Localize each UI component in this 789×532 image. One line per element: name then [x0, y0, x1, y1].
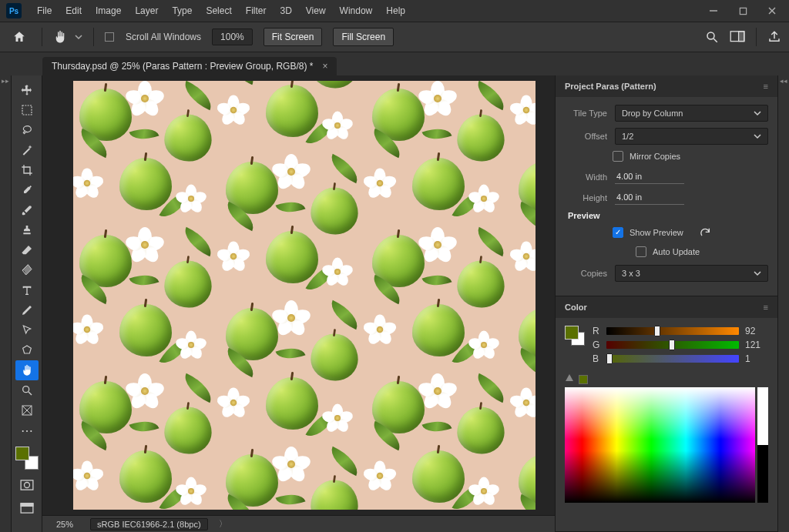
- gamut-swatch[interactable]: [579, 375, 588, 384]
- menu-view[interactable]: View: [300, 2, 332, 19]
- zoom-percent[interactable]: 100%: [212, 28, 253, 45]
- mirror-copies-checkbox[interactable]: [613, 151, 623, 162]
- r-slider[interactable]: [606, 327, 739, 335]
- menu-type[interactable]: Type: [166, 2, 198, 19]
- left-dock-collapse[interactable]: ▸▸: [0, 75, 12, 532]
- fill-screen-button[interactable]: Fill Screen: [333, 28, 394, 46]
- g-value[interactable]: 121: [745, 340, 768, 350]
- type-tool[interactable]: [15, 280, 39, 300]
- options-bar: Scroll All Windows 100% Fit Screen Fill …: [0, 22, 789, 52]
- svg-rect-8: [22, 105, 32, 115]
- status-zoom[interactable]: 25%: [50, 520, 79, 529]
- g-slider[interactable]: [606, 341, 739, 349]
- stamp-tool[interactable]: [15, 220, 39, 240]
- show-preview-checkbox[interactable]: [613, 227, 623, 238]
- menu-image[interactable]: Image: [89, 2, 127, 19]
- offset-label: Offset: [565, 132, 615, 141]
- minimize-button[interactable]: [703, 3, 724, 18]
- magic-wand-tool[interactable]: [15, 140, 39, 160]
- gamut-warning-icon[interactable]: [565, 373, 574, 383]
- document-tab[interactable]: Thursday.psd @ 25% (Paras Pattern : Prev…: [42, 57, 337, 75]
- color-panel: Color ≡ R92 G121 B1: [556, 296, 777, 532]
- height-input[interactable]: 4.00 in: [615, 190, 684, 205]
- artboard-tool[interactable]: [15, 400, 39, 420]
- screen-mode-icon[interactable]: [15, 500, 39, 516]
- color-swatch-pair[interactable]: [565, 326, 585, 346]
- menu-help[interactable]: Help: [380, 2, 411, 19]
- shape-tool[interactable]: [15, 340, 39, 360]
- eyedropper-tool[interactable]: [15, 180, 39, 200]
- hand-tool[interactable]: [15, 360, 39, 380]
- menu-edit[interactable]: Edit: [59, 2, 88, 19]
- copies-select[interactable]: 3 x 3: [615, 265, 768, 282]
- pen-tool[interactable]: [15, 300, 39, 320]
- height-label: Height: [565, 193, 615, 202]
- color-panel-header[interactable]: Color ≡: [556, 296, 777, 318]
- search-icon[interactable]: [705, 30, 719, 44]
- zoom-tool[interactable]: [15, 380, 39, 400]
- move-tool[interactable]: [15, 80, 39, 100]
- brush-tool[interactable]: [15, 200, 39, 220]
- document-canvas[interactable]: [73, 81, 536, 510]
- color-panel-title: Color: [565, 303, 587, 312]
- bw-ramp[interactable]: [757, 387, 768, 503]
- path-select-tool[interactable]: [15, 320, 39, 340]
- tile-type-select[interactable]: Drop by Column: [615, 105, 768, 122]
- b-value[interactable]: 1: [745, 353, 768, 364]
- status-profile[interactable]: sRGB IEC61966-2.1 (8bpc): [90, 518, 208, 530]
- marquee-tool[interactable]: [15, 100, 39, 120]
- auto-update-label: Auto Update: [653, 247, 700, 256]
- main-menu: File Edit Image Layer Type Select Filter…: [31, 2, 411, 19]
- auto-update-checkbox[interactable]: [636, 246, 646, 257]
- document-tab-bar: Thursday.psd @ 25% (Paras Pattern : Prev…: [0, 52, 789, 75]
- svg-point-10: [22, 386, 29, 393]
- r-value[interactable]: 92: [745, 326, 768, 336]
- svg-rect-1: [740, 8, 746, 14]
- menu-layer[interactable]: Layer: [129, 2, 164, 19]
- svg-rect-18: [21, 504, 33, 507]
- svg-point-4: [707, 32, 714, 39]
- chevron-down-icon: [754, 269, 761, 277]
- pattern-panel-header[interactable]: Project Paras (Pattern) ≡: [556, 75, 777, 97]
- window-controls: [703, 3, 783, 18]
- color-swatches[interactable]: [15, 447, 39, 470]
- maximize-button[interactable]: [732, 3, 754, 18]
- crop-tool[interactable]: [15, 160, 39, 180]
- panel-menu-icon[interactable]: ≡: [764, 303, 768, 312]
- chevron-down-icon[interactable]: [75, 33, 82, 41]
- chevron-down-icon: [754, 109, 761, 117]
- tile-type-label: Tile Type: [565, 109, 615, 118]
- menu-window[interactable]: Window: [334, 2, 379, 19]
- menu-filter[interactable]: Filter: [240, 2, 273, 19]
- menu-file[interactable]: File: [31, 2, 58, 19]
- refresh-icon[interactable]: [699, 226, 711, 239]
- panel-menu-icon[interactable]: ≡: [764, 82, 768, 91]
- gradient-tool[interactable]: [15, 260, 39, 280]
- menu-3d[interactable]: 3D: [274, 2, 297, 19]
- offset-select[interactable]: 1/2: [615, 128, 768, 145]
- eraser-tool[interactable]: [15, 240, 39, 260]
- tab-close-icon[interactable]: ×: [322, 61, 327, 72]
- hand-tool-icon: [53, 30, 82, 44]
- svg-line-11: [29, 392, 32, 395]
- fit-screen-button[interactable]: Fit Screen: [264, 28, 323, 46]
- g-label: G: [593, 340, 600, 350]
- share-icon[interactable]: [767, 30, 781, 44]
- b-slider[interactable]: [606, 355, 739, 363]
- document-tab-title: Thursday.psd @ 25% (Paras Pattern : Prev…: [52, 61, 313, 72]
- preview-section-label: Preview: [568, 211, 768, 220]
- scroll-all-option[interactable]: Scroll All Windows: [105, 32, 201, 42]
- lasso-tool[interactable]: [15, 120, 39, 140]
- mirror-copies-label: Mirror Copies: [630, 152, 680, 161]
- app-logo: Ps: [6, 3, 22, 18]
- edit-toolbar[interactable]: ⋯: [15, 420, 39, 440]
- workspace-icon[interactable]: [730, 31, 745, 43]
- menu-select[interactable]: Select: [200, 2, 237, 19]
- width-input[interactable]: 4.00 in: [615, 169, 684, 184]
- status-arrow-icon[interactable]: 〉: [219, 518, 227, 530]
- close-button[interactable]: [761, 3, 783, 18]
- quick-mask-icon[interactable]: [15, 477, 39, 493]
- home-button[interactable]: [8, 27, 31, 47]
- color-spectrum[interactable]: [565, 387, 755, 503]
- right-dock-collapse[interactable]: ◂◂: [777, 75, 789, 532]
